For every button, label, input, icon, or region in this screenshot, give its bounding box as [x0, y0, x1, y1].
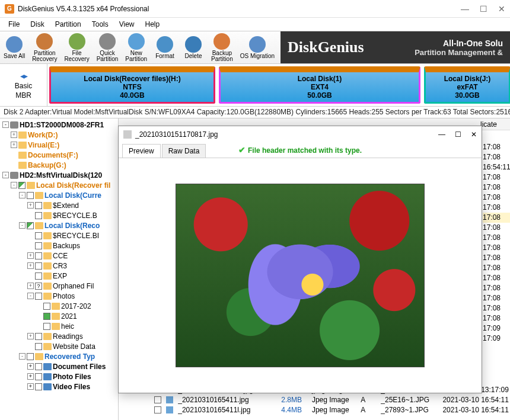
time-cell: 17:08	[483, 243, 510, 253]
tree-item[interactable]: +Virual(E:)	[0, 140, 118, 150]
expand-icon[interactable]: +	[11, 142, 17, 148]
directory-tree[interactable]: -HD1:ST2000DM008-2FR1+Work(D:)+Virual(E:…	[0, 118, 119, 420]
tool-format[interactable]: Format	[151, 31, 179, 63]
preview-minimize-button[interactable]: —	[438, 130, 445, 139]
tree-item[interactable]: heic	[0, 321, 118, 331]
expand-icon[interactable]: +	[27, 333, 34, 339]
checkbox[interactable]	[18, 182, 26, 189]
checkbox[interactable]	[27, 222, 34, 229]
tool-delete[interactable]: Delete	[179, 31, 208, 63]
tree-item[interactable]: +CR3	[0, 261, 118, 271]
close-button[interactable]: ✕	[498, 4, 505, 14]
tab-preview[interactable]: Preview	[122, 144, 161, 158]
tree-item[interactable]: 2021	[0, 311, 118, 321]
expand-icon[interactable]: -	[11, 182, 17, 188]
partition-label: 30.0GB	[455, 91, 479, 100]
menu-help[interactable]: Help	[141, 19, 165, 30]
maximize-button[interactable]: ☐	[480, 4, 487, 14]
tree-item[interactable]: -Local Disk(Recover fil	[0, 180, 118, 190]
file-row[interactable]: _20210310165411l.jpg4.4MBJpeg ImageA_278…	[119, 405, 510, 415]
tool-save-all[interactable]: Save All	[0, 31, 28, 63]
file-checkbox[interactable]	[154, 406, 161, 413]
expand-icon[interactable]: +	[27, 373, 34, 380]
checkbox[interactable]	[27, 353, 34, 360]
menu-tools[interactable]: Tools	[87, 19, 113, 30]
nav-arrows-icon[interactable]: ◂ ▸	[20, 71, 27, 81]
tree-item[interactable]: +Work(D:)	[0, 130, 118, 140]
checkbox[interactable]	[35, 373, 42, 380]
tree-item[interactable]: Website Data	[0, 341, 118, 351]
tool-partition-recovery[interactable]: Partition Recovery	[28, 31, 60, 63]
expand-icon[interactable]: -	[19, 192, 26, 198]
checkbox[interactable]	[35, 212, 42, 219]
checkbox[interactable]	[35, 293, 42, 300]
tree-item[interactable]: -Recovered Typ	[0, 351, 118, 361]
tree-item[interactable]: +?Orphaned Fil	[0, 281, 118, 291]
expand-icon[interactable]: +	[27, 383, 34, 390]
checkbox[interactable]	[43, 303, 50, 310]
partition-block[interactable]: Local Disk(J:)exFAT30.0GB	[424, 66, 510, 104]
checkbox[interactable]	[35, 333, 42, 340]
expand-icon[interactable]: +	[27, 283, 34, 289]
tool-new-partition[interactable]: New Partition	[122, 31, 151, 63]
minimize-button[interactable]: —	[461, 4, 469, 14]
partition-block[interactable]: Local Disk(Recover files)(H:)NTFS40.0GB	[49, 66, 215, 104]
tree-item[interactable]: +CCE	[0, 251, 118, 261]
tree-item[interactable]: Backup(G:)	[0, 160, 118, 170]
expand-icon[interactable]: -	[2, 121, 9, 128]
tree-item[interactable]: -HD1:ST2000DM008-2FR1	[0, 120, 118, 130]
menu-partition[interactable]: Partition	[50, 19, 86, 30]
expand-icon[interactable]: +	[11, 132, 17, 138]
preview-maximize-button[interactable]: ☐	[455, 130, 461, 139]
tool-os-migration[interactable]: OS Migration	[237, 31, 278, 63]
tree-item[interactable]: -Local Disk(Reco	[0, 220, 118, 230]
file-checkbox[interactable]	[154, 396, 161, 403]
file-row[interactable]: _20210310165411.jpg2.8MBJpeg ImageA_25E1…	[119, 395, 510, 405]
menu-view[interactable]: View	[114, 19, 139, 30]
tree-item[interactable]: +$Extend	[0, 200, 118, 210]
tool-backup-partition[interactable]: Backup Partition	[208, 31, 237, 63]
checkbox[interactable]	[35, 202, 42, 209]
checkbox[interactable]	[35, 363, 42, 370]
tool-quick-partition[interactable]: Quick Partition	[93, 31, 122, 63]
tree-item[interactable]: -Local Disk(Curre	[0, 190, 118, 200]
tree-item[interactable]: +Video Files	[0, 381, 118, 392]
expand-icon[interactable]: +	[27, 262, 34, 269]
tree-item[interactable]: +Document Files	[0, 361, 118, 371]
checkbox[interactable]	[35, 272, 42, 280]
expand-icon[interactable]: -	[19, 222, 26, 229]
tree-item[interactable]: $RECYCLE.B	[0, 210, 118, 220]
checkbox[interactable]	[35, 242, 42, 249]
tab-raw-data[interactable]: Raw Data	[162, 144, 206, 158]
checkbox[interactable]	[43, 313, 50, 320]
checkbox[interactable]	[35, 252, 42, 259]
expand-icon[interactable]: -	[2, 172, 9, 178]
tree-item[interactable]: +Photo Files	[0, 371, 118, 381]
expand-icon[interactable]: +	[27, 363, 34, 370]
checkbox[interactable]	[43, 323, 50, 330]
tree-item[interactable]: Documents(F:)	[0, 150, 118, 160]
expand-icon[interactable]: +	[27, 202, 34, 209]
checkbox[interactable]: ?	[35, 283, 42, 290]
tree-item[interactable]: -Photos	[0, 291, 118, 301]
expand-icon[interactable]: -	[27, 293, 34, 299]
tree-item[interactable]: -HD2:MsftVirtualDisk(120	[0, 170, 118, 180]
tree-item[interactable]: $RECYCLE.BI	[0, 230, 118, 241]
tree-item[interactable]: EXP	[0, 271, 118, 281]
time-cell: 17:08	[483, 233, 510, 243]
checkbox[interactable]	[35, 383, 42, 390]
partition-block[interactable]: Local Disk(1)EXT450.0GB	[219, 66, 420, 104]
checkbox[interactable]	[35, 232, 42, 239]
preview-close-button[interactable]: ✕	[471, 130, 477, 139]
checkbox[interactable]	[27, 192, 34, 199]
expand-icon[interactable]: -	[19, 353, 26, 360]
tree-item[interactable]: 2017-202	[0, 301, 118, 311]
tree-item[interactable]: Backups	[0, 241, 118, 251]
tree-item[interactable]: +Readings	[0, 331, 118, 341]
expand-icon[interactable]: +	[27, 252, 34, 259]
checkbox[interactable]	[35, 262, 42, 270]
checkbox[interactable]	[35, 343, 42, 350]
menu-file[interactable]: File	[4, 19, 24, 30]
tool-file-recovery[interactable]: File Recovery	[60, 31, 93, 63]
menu-disk[interactable]: Disk	[26, 19, 49, 30]
